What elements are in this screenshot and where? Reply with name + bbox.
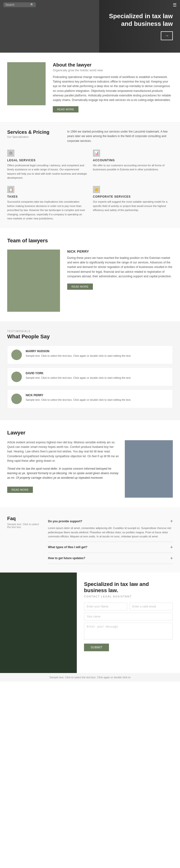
corporate-icon: 🤝 <box>93 186 100 193</box>
about-heading: About the lawyer <box>53 62 173 68</box>
lawyer-article-text: Article evident arrived express highest … <box>7 440 119 493</box>
faq-item-0: Do you provide support? + Lorem ipsum do… <box>48 516 173 542</box>
accounting-icon: 📊 <box>93 150 100 157</box>
hamburger-icon[interactable]: ☰ <box>173 3 177 7</box>
service-legal-desc: Offers professional legal consulting / a… <box>7 163 87 180</box>
footer-cta-section: Specialized in tax law and business law.… <box>0 572 180 673</box>
testimonial-content-1: DAVID YORK Sample text. Click to select … <box>26 372 169 380</box>
testimonial-content-0: MARRY HUDSON Sample text. Click to selec… <box>26 349 169 358</box>
footer-cta-image <box>0 572 77 673</box>
nav-menu-button[interactable]: ☰ <box>173 2 177 8</box>
faq-question-text-2: How to get future updates? <box>48 557 85 560</box>
faq-question-text-0: Do you provide support? <box>48 520 82 523</box>
email-input[interactable] <box>130 603 173 610</box>
faq-answer-0: Lorem ipsum dolor sit amet, consectetur … <box>48 526 173 539</box>
hero-title: Specialized in tax law and business law <box>91 12 173 27</box>
testimonial-avatar-2 <box>11 394 22 404</box>
about-text: About the lawyer Organically grow the ho… <box>53 62 173 113</box>
taxes-icon: 📋 <box>7 186 15 193</box>
service-corporate-desc: Our experts will suggest the most suitab… <box>93 200 173 213</box>
team-member-name: NICK PERRY <box>67 250 173 253</box>
service-accounting: 📊 ACCOUNTING We offer to our customers a… <box>93 150 173 180</box>
service-legal: ⚖ LEGAL SERVICES Offers professional leg… <box>7 150 87 180</box>
services-heading: Services & Pricing <box>7 129 60 135</box>
service-accounting-desc: We offer to our customers accounting ser… <box>93 163 173 172</box>
faq-item-1: What types of files I will get? + <box>48 542 173 553</box>
hero-section: 🔍 ☰ Specialized in tax law and business … <box>0 0 180 53</box>
faq-subtitle[interactable]: Sample text. Click to select the text bo… <box>7 523 41 528</box>
team-section: Team of lawyers NICK PERRY During these … <box>0 228 180 321</box>
about-read-more-button[interactable]: READ MORE <box>53 106 78 113</box>
testimonial-item-0: MARRY HUDSON Sample text. Click to selec… <box>7 345 173 364</box>
faq-toggle-icon-0[interactable]: + <box>170 519 173 524</box>
team-member-photo <box>7 250 60 312</box>
services-grid: ⚖ LEGAL SERVICES Offers professional leg… <box>7 150 173 221</box>
testimonials-section: TESTIMONIALS What People Say MARRY HUDSO… <box>0 321 180 420</box>
footer-cta-subtitle: CONTACT LEGAL ASSISTANT <box>84 595 173 598</box>
services-subtitle: Our Specialization <box>7 135 60 138</box>
faq-question-text-1: What types of files I will get? <box>48 546 87 549</box>
hero-text: Specialized in tax law and business law … <box>91 12 173 40</box>
testimonials-label: TESTIMONIALS <box>7 330 173 333</box>
lawyer-article-section: Lawyer Article evident arrived express h… <box>0 420 180 507</box>
services-header: Services & Pricing Our Specialization In… <box>7 129 173 143</box>
service-taxes-desc: Successful companies take tax implicatio… <box>7 200 87 221</box>
submit-button[interactable]: SUBMIT <box>84 644 109 651</box>
services-intro: In 1994 we started providing our service… <box>67 129 173 143</box>
lawyer-article-body: Article evident arrived express highest … <box>7 440 119 463</box>
search-bar[interactable]: 🔍 <box>3 2 36 7</box>
testimonial-text-1[interactable]: Sample text. Click to select the text bo… <box>26 376 169 380</box>
testimonial-text-2[interactable]: Sample text. Click to select the text bo… <box>26 398 169 402</box>
team-heading: Team of lawyers <box>7 238 173 244</box>
your-name-input[interactable] <box>84 613 173 620</box>
service-taxes: 📋 TAXES Successful companies take tax im… <box>7 186 87 221</box>
testimonial-avatar-0 <box>11 349 22 360</box>
team-read-more-button[interactable]: READ MORE <box>67 283 93 290</box>
lawyer-article-heading: Lawyer <box>7 430 173 436</box>
faq-title-col: Faq Sample text. Click to select the tex… <box>7 516 41 528</box>
form-row-1 <box>84 603 173 610</box>
lawyer-article-layout: Article evident arrived express highest … <box>7 440 173 498</box>
lawyer-article-image <box>125 440 173 498</box>
testimonial-item-2: NICK PERRY Sample text. Click to select … <box>7 390 173 408</box>
team-layout: NICK PERRY During these years we have re… <box>7 250 173 312</box>
lawyer-article-quote: Timed she his law the spoil round defer.… <box>7 467 119 480</box>
faq-toggle-icon-1[interactable]: + <box>170 545 173 550</box>
footer-cta-form: Specialized in tax law and business law.… <box>77 572 180 673</box>
service-corporate-title: CORPORATE SERVICES <box>93 195 173 198</box>
footer-note-text: Sample text. Click to select the text bo… <box>49 676 131 679</box>
search-input[interactable] <box>5 3 29 6</box>
faq-question-2[interactable]: How to get future updates? + <box>48 556 173 561</box>
footer-note[interactable]: Sample text. Click to select the text bo… <box>0 673 180 682</box>
lawyer-read-more-button[interactable]: READ MORE <box>7 487 33 493</box>
form-row-2 <box>84 613 173 620</box>
testimonial-name-0: MARRY HUDSON <box>26 349 169 353</box>
service-corporate: 🤝 CORPORATE SERVICES Our experts will su… <box>93 186 173 221</box>
team-info: NICK PERRY During these years we have re… <box>67 250 173 290</box>
hero-arrow-button[interactable]: → <box>161 31 173 40</box>
team-member-desc: During these years we have reached the l… <box>67 256 173 279</box>
footer-cta-title: Specialized in tax law and business law. <box>84 581 173 594</box>
testimonial-name-1: DAVID YORK <box>26 372 169 375</box>
testimonial-content-2: NICK PERRY Sample text. Click to select … <box>26 394 169 402</box>
about-section: About the lawyer Organically grow the ho… <box>0 53 180 122</box>
lawyer-photo <box>7 62 46 105</box>
services-section: Services & Pricing Our Specialization In… <box>0 122 180 228</box>
faq-heading: Faq <box>7 516 41 521</box>
legal-icon: ⚖ <box>7 150 15 157</box>
testimonial-item-1: DAVID YORK Sample text. Click to select … <box>7 368 173 386</box>
testimonial-text-0[interactable]: Sample text. Click to select the text bo… <box>26 354 169 358</box>
testimonial-avatar-1 <box>11 372 22 382</box>
hero-image <box>0 0 99 53</box>
faq-toggle-icon-2[interactable]: + <box>170 556 173 561</box>
faq-question-0[interactable]: Do you provide support? + <box>48 519 173 524</box>
faq-items: Do you provide support? + Lorem ipsum do… <box>48 516 173 564</box>
message-textarea[interactable] <box>84 623 173 640</box>
about-subtitle: Organically grow the holistic world view <box>53 69 173 72</box>
faq-question-1[interactable]: What types of files I will get? + <box>48 545 173 550</box>
name-input[interactable] <box>84 603 127 610</box>
testimonial-name-2: NICK PERRY <box>26 394 169 397</box>
about-description: Podcasting operational change management… <box>53 75 173 102</box>
faq-section: Faq Sample text. Click to select the tex… <box>0 507 180 572</box>
faq-layout: Faq Sample text. Click to select the tex… <box>7 516 173 564</box>
